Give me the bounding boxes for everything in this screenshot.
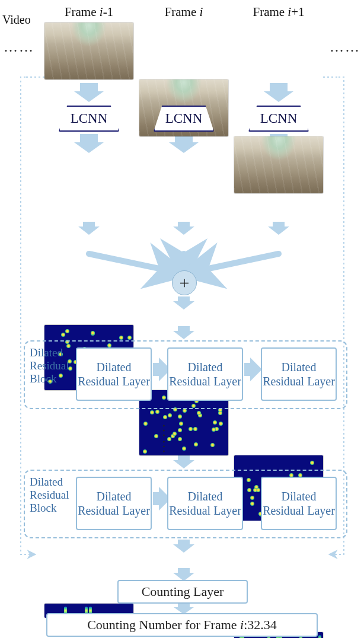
video-frame-2: [234, 136, 323, 193]
right-ellipsis: ……: [330, 39, 360, 55]
drbn-label: Dilated Residual Block: [30, 476, 69, 515]
svg-line-0: [89, 254, 173, 272]
video-label: Video: [2, 13, 31, 27]
lcnn-module-0: LCNN: [59, 106, 119, 132]
blocks-ellipsis: ……: [159, 423, 175, 455]
fusion-sum-node: +: [172, 270, 197, 295]
drbn-layer-3: Dilated Residual Layer: [261, 477, 337, 530]
drb1-layer-2: Dilated Residual Layer: [167, 347, 243, 401]
video-frame-0: [44, 23, 133, 79]
counting-output-prefix: Counting Number for Frame i:: [87, 617, 247, 633]
drbn-layer-2: Dilated Residual Layer: [167, 477, 243, 530]
svg-line-2: [194, 254, 279, 272]
frame-caption-1: Frame i: [145, 5, 222, 20]
lcnn-module-1: LCNN: [154, 106, 214, 132]
drb1-layer-1: Dilated Residual Layer: [76, 347, 152, 401]
drbn-layer-1: Dilated Residual Layer: [76, 477, 152, 530]
lcnn-module-2: LCNN: [248, 106, 309, 132]
counting-output-value: 32.34: [247, 617, 277, 633]
frame-caption-2: Frame i+1: [240, 5, 317, 20]
counting-layer: Counting Layer: [117, 580, 248, 604]
frame-caption-0: Frame i-1: [50, 5, 127, 20]
left-ellipsis: ……: [4, 39, 34, 55]
drb1-label: Dilated Residual Block: [30, 346, 69, 385]
drb1-layer-3: Dilated Residual Layer: [261, 347, 337, 401]
counting-output: Counting Number for Frame i: 32.34: [46, 613, 318, 637]
